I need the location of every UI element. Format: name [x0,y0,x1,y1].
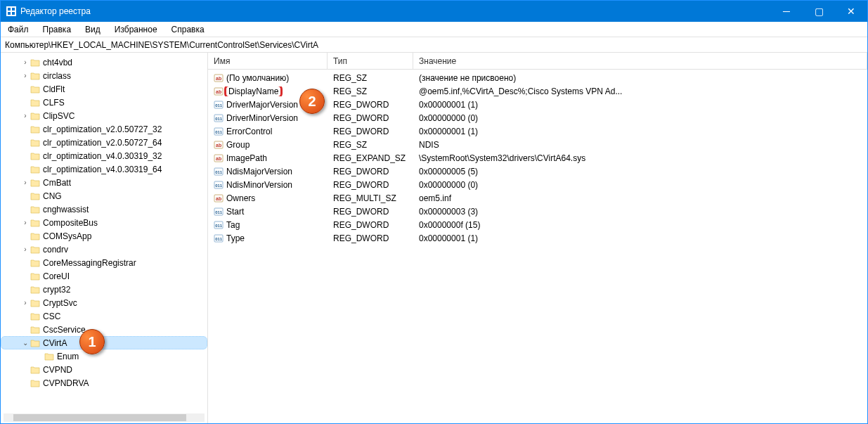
tree-item-label: CVPND [43,365,72,375]
tree-item-condrv[interactable]: ›condrv [1,243,207,256]
menu-help[interactable]: Справка [167,23,209,36]
tree-item-comsysapp[interactable]: ›COMSysApp [1,229,207,243]
value-row[interactable]: 011TagREG_DWORD0x0000000f (15) [208,218,867,231]
tree-item-label: CoreMessagingRegistrar [43,258,136,268]
value-type-cell: REG_MULTI_SZ [328,193,413,203]
svg-text:011: 011 [215,224,223,228]
tree-item-circlass[interactable]: ›circlass [1,69,207,82]
column-name[interactable]: Имя [208,53,328,69]
svg-rect-2 [8,12,11,15]
value-name: DisplayName [226,86,280,96]
tree-item-enum[interactable]: ›Enum [1,349,207,363]
expander-icon[interactable]: › [20,58,30,66]
menu-view[interactable]: Вид [81,23,105,36]
value-row[interactable]: 011StartREG_DWORD0x00000003 (3) [208,205,867,218]
folder-icon [30,165,40,174]
value-row[interactable]: ab(По умолчанию)REG_SZ(значение не присв… [208,71,867,84]
tree-item-label: CVPNDRVA [43,378,89,388]
tree-item-clr_optimization_v4030319_32[interactable]: ›clr_optimization_v4.0.30319_32 [1,149,207,162]
window-title: Редактор реестра [20,6,770,16]
list-header: Имя Тип Значение [208,53,867,70]
tree-item-cvpnd[interactable]: ›CVPND [1,363,207,376]
expander-icon[interactable]: › [20,179,30,186]
folder-icon [30,151,40,161]
value-name-cell: 011ErrorControl [208,127,328,136]
tree-pane[interactable]: ›cht4vbd›circlass›CldFlt›CLFS›ClipSVC›cl… [1,53,208,423]
tree-item-clr_optimization_v2050727_64[interactable]: ›clr_optimization_v2.0.50727_64 [1,136,207,149]
menu-edit[interactable]: Правка [39,23,76,36]
tree-item-cscservice[interactable]: ›CscService [1,323,207,336]
value-row[interactable]: abGroupREG_SZNDIS [208,138,867,151]
value-name: DriverMinorVersion [226,113,298,123]
expander-icon[interactable]: › [20,112,30,120]
tree-item-cnghwassist[interactable]: ›cnghwassist [1,203,207,216]
value-data-cell: 0x0000000f (15) [413,220,867,230]
value-name: Type [226,233,245,243]
tree-item-cldflt[interactable]: ›CldFlt [1,82,207,96]
tree-item-cvpndrva[interactable]: ›CVPNDRVA [1,376,207,390]
folder-icon [30,271,40,281]
value-type-cell: REG_DWORD [328,100,413,110]
value-name: ErrorControl [226,127,272,136]
menu-fav[interactable]: Избранное [110,23,162,36]
tree-item-cmbatt[interactable]: ›CmBatt [1,176,207,189]
tree-item-cryptsvc[interactable]: ›CryptSvc [1,296,207,309]
value-data-cell: \SystemRoot\System32\drivers\CVirtA64.sy… [413,153,867,163]
addressbar[interactable]: Компьютер\HKEY_LOCAL_MACHINE\SYSTEM\Curr… [1,37,867,53]
tree-item-clr_optimization_v4030319_64[interactable]: ›clr_optimization_v4.0.30319_64 [1,162,207,176]
tree-item-coreui[interactable]: ›CoreUI [1,269,207,283]
expander-icon[interactable]: › [20,245,30,253]
value-type-cell: REG_SZ [328,140,413,150]
dword-value-icon: 011 [214,127,224,136]
callout-badge-1: 1 [79,329,105,354]
value-name-cell: 011NdisMajorVersion [208,167,328,176]
tree-item-label: CompositeBus [43,218,98,228]
tree-item-cng[interactable]: ›CNG [1,189,207,203]
tree-item-label: clr_optimization_v2.0.50727_32 [43,124,162,134]
value-name: NdisMinorVersion [226,180,292,190]
folder-icon [30,178,40,188]
expander-icon[interactable]: › [20,219,30,226]
tree-item-clfs[interactable]: ›CLFS [1,96,207,109]
value-row[interactable]: abImagePathREG_EXPAND_SZ\SystemRoot\Syst… [208,151,867,165]
close-button[interactable]: ✕ [835,1,867,22]
menu-file[interactable]: Файл [4,23,33,36]
folder-icon [30,71,40,81]
menubar: Файл Правка Вид Избранное Справка [1,22,867,37]
value-row[interactable]: 011NdisMajorVersionREG_DWORD0x00000005 (… [208,165,867,178]
tree-item-compositebus[interactable]: ›CompositeBus [1,216,207,229]
expander-icon[interactable]: › [20,72,30,79]
value-row[interactable]: 011TypeREG_DWORD0x00000001 (1) [208,231,867,245]
expander-icon[interactable]: › [20,299,30,307]
expander-icon[interactable]: ⌄ [20,339,30,347]
dword-value-icon: 011 [214,220,224,230]
maximize-button[interactable]: ▢ [803,1,835,22]
svg-text:ab: ab [216,143,221,148]
tree-item-label: CmBatt [43,178,71,188]
minimize-button[interactable]: ─ [770,1,803,22]
tree-item-coremessagingregistrar[interactable]: ›CoreMessagingRegistrar [1,256,207,269]
folder-icon [30,218,40,228]
tree-item-clr_optimization_v2050727_32[interactable]: ›clr_optimization_v2.0.50727_32 [1,122,207,136]
value-name: ImagePath [226,153,267,163]
tree-h-scrollbar[interactable] [4,413,205,422]
column-value[interactable]: Значение [413,53,867,69]
tree-item-cht4vbd[interactable]: ›cht4vbd [1,56,207,69]
folder-icon [30,285,40,295]
folder-icon [30,84,40,94]
value-name-cell: abGroup [208,140,328,150]
value-data-cell: 0x00000003 (3) [413,207,867,217]
value-data-cell: @oem5.inf,%CVirtA_Desc%;Cisco Systems VP… [413,86,867,96]
tree-item-clipsvc[interactable]: ›ClipSVC [1,109,207,122]
tree-item-crypt32[interactable]: ›crypt32 [1,283,207,296]
value-row[interactable]: abOwnersREG_MULTI_SZoem5.inf [208,191,867,205]
folder-icon [30,124,40,134]
list-pane[interactable]: Имя Тип Значение ab(По умолчанию)REG_SZ(… [208,53,867,423]
value-type-cell: REG_DWORD [328,113,413,123]
value-row[interactable]: 011NdisMinorVersionREG_DWORD0x00000000 (… [208,178,867,191]
folder-icon [30,365,40,375]
value-row[interactable]: 011ErrorControlREG_DWORD0x00000001 (1) [208,124,867,138]
column-type[interactable]: Тип [328,53,413,69]
folder-icon [30,205,40,214]
tree-item-csc[interactable]: ›CSC [1,309,207,323]
